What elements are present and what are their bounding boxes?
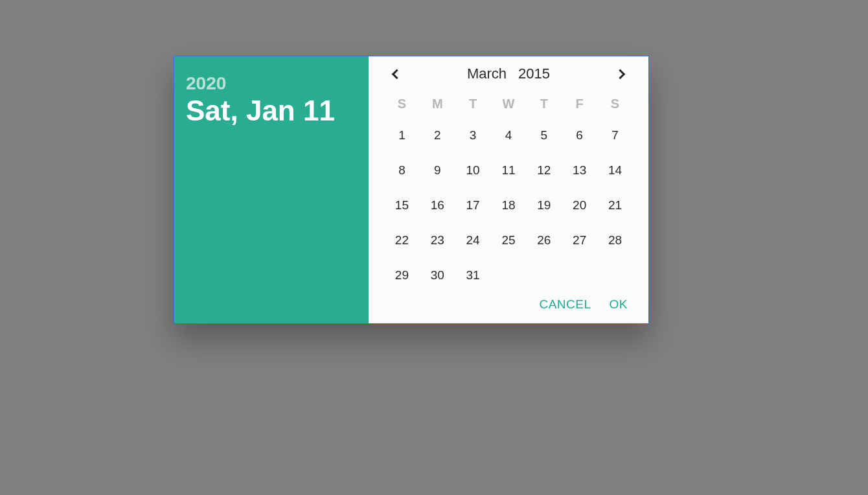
weekday-header: S [597,91,633,118]
date-picker-dialog: 2020 Sat, Jan 11 March 2015 S M T W [174,56,649,324]
day-cell[interactable]: 6 [562,118,597,153]
day-cell[interactable]: 28 [597,223,633,258]
weekday-header: W [491,91,527,118]
chevron-right-icon [615,69,626,79]
dialog-actions: CANCEL OK [384,295,633,314]
calendar-body: 1 2 3 4 5 6 7 8 9 10 11 12 13 14 [384,118,633,293]
weekday-header: T [455,91,491,118]
calendar-grid: S M T W T F S 1 2 3 4 5 6 7 [384,91,633,293]
day-cell[interactable]: 27 [562,223,597,258]
day-cell[interactable]: 16 [420,188,455,223]
day-cell[interactable]: 10 [455,153,491,188]
day-cell-empty [562,258,597,293]
day-cell[interactable]: 20 [562,188,597,223]
day-cell-empty [491,258,527,293]
day-cell[interactable]: 9 [420,153,455,188]
calendar-week: 29 30 31 [384,258,633,293]
day-cell[interactable]: 26 [526,223,562,258]
calendar-week: 22 23 24 25 26 27 28 [384,223,633,258]
selected-date-panel: 2020 Sat, Jan 11 [174,56,369,323]
weekday-header: M [420,91,455,118]
calendar-week: 1 2 3 4 5 6 7 [384,118,633,153]
selected-date[interactable]: Sat, Jan 11 [186,95,357,126]
day-cell[interactable]: 18 [491,188,527,223]
calendar-week: 15 16 17 18 19 20 21 [384,188,633,223]
calendar-header: March 2015 [384,64,633,87]
weekday-header: S [384,91,420,118]
day-cell[interactable]: 3 [455,118,491,153]
day-cell[interactable]: 23 [420,223,455,258]
next-month-button[interactable] [611,64,630,84]
day-cell[interactable]: 24 [455,223,491,258]
ok-button[interactable]: OK [610,297,628,312]
weekday-row: S M T W T F S [384,91,633,118]
day-cell[interactable]: 25 [491,223,527,258]
month-year-title: March 2015 [467,65,550,82]
year-label[interactable]: 2015 [518,65,550,82]
calendar-week: 8 9 10 11 12 13 14 [384,153,633,188]
day-cell[interactable]: 21 [597,188,633,223]
day-cell[interactable]: 12 [526,153,562,188]
calendar-panel: March 2015 S M T W T F S [369,56,648,323]
day-cell[interactable]: 14 [597,153,633,188]
day-cell[interactable]: 15 [384,188,420,223]
cancel-button[interactable]: CANCEL [539,297,591,312]
chevron-left-icon [391,69,402,79]
weekday-header: T [526,91,562,118]
month-label[interactable]: March [467,65,507,82]
day-cell[interactable]: 22 [384,223,420,258]
day-cell[interactable]: 7 [597,118,633,153]
day-cell[interactable]: 11 [491,153,527,188]
day-cell[interactable]: 30 [420,258,455,293]
selected-year[interactable]: 2020 [186,73,357,94]
day-cell[interactable]: 8 [384,153,420,188]
day-cell[interactable]: 29 [384,258,420,293]
day-cell[interactable]: 17 [455,188,491,223]
prev-month-button[interactable] [387,64,406,84]
day-cell[interactable]: 19 [526,188,562,223]
day-cell[interactable]: 5 [526,118,562,153]
day-cell[interactable]: 1 [384,118,420,153]
day-cell-empty [526,258,562,293]
day-cell[interactable]: 13 [562,153,597,188]
day-cell[interactable]: 31 [455,258,491,293]
day-cell[interactable]: 2 [420,118,455,153]
day-cell[interactable]: 4 [491,118,527,153]
weekday-header: F [562,91,597,118]
day-cell-empty [597,258,633,293]
